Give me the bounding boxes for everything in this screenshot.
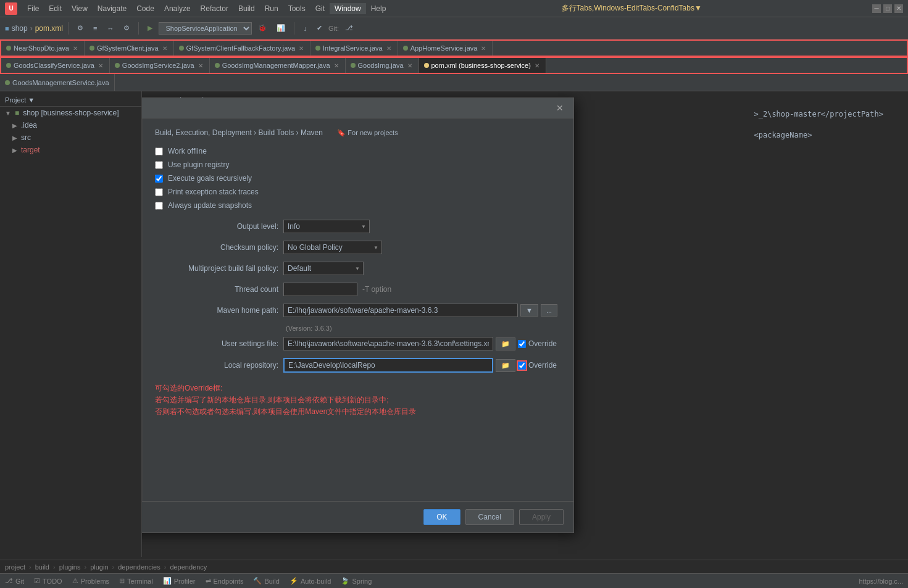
tab-close-goodsimg[interactable]: ✕	[406, 62, 414, 69]
menu-navigate[interactable]: Navigate	[93, 3, 131, 14]
local-repo-browse-btn[interactable]: 📁	[496, 359, 515, 372]
auto-build-status[interactable]: ⚡ Auto-build	[289, 577, 331, 585]
profiler-status[interactable]: 📊 Profiler	[163, 577, 196, 585]
tab-close-goodsclassify[interactable]: ✕	[97, 62, 104, 69]
apply-button[interactable]: Apply	[519, 509, 564, 525]
execute-goals-checkbox[interactable]	[155, 175, 163, 183]
menu-edit[interactable]: Edit	[44, 3, 67, 14]
git-update-btn[interactable]: ↓	[299, 23, 310, 34]
tab-integral[interactable]: IntegralService.java ✕	[310, 39, 398, 57]
git-branch-btn[interactable]: ⎇	[341, 22, 357, 34]
execute-goals-label[interactable]: Execute goals recursively	[168, 174, 252, 183]
user-settings-browse-btn[interactable]: 📁	[496, 337, 515, 350]
tab-close-gfsystem[interactable]: ✕	[161, 45, 169, 52]
problems-status[interactable]: ⚠ Problems	[72, 577, 109, 585]
menu-file[interactable]: File	[22, 3, 44, 14]
menu-tools[interactable]: Tools	[283, 3, 310, 14]
cancel-button[interactable]: Cancel	[465, 509, 514, 525]
maven-home-input[interactable]	[283, 304, 518, 317]
multiproject-select[interactable]: Default Fast Fail At End	[283, 262, 364, 275]
local-repo-override-checkbox[interactable]	[518, 362, 526, 370]
menu-git[interactable]: Git	[310, 3, 330, 14]
tab-close-gfsystemfallback[interactable]: ✕	[298, 45, 305, 52]
maven-home-browse-btn[interactable]: ...	[541, 304, 557, 317]
user-settings-input[interactable]	[283, 337, 493, 350]
print-stack-label[interactable]: Print exception stack traces	[168, 188, 259, 196]
tab-goodsclassify[interactable]: GoodsClassifyService.java ✕	[1, 57, 110, 74]
tab-label-goodsimg: GoodsImg.java	[358, 62, 404, 69]
work-offline-checkbox[interactable]	[155, 147, 163, 155]
git-commit-btn[interactable]: ✔	[313, 22, 326, 34]
breadcrumb-plugin[interactable]: plugin	[90, 563, 108, 571]
terminal-status[interactable]: ⊞ Terminal	[119, 577, 153, 585]
settings-btn2[interactable]: ⚙	[120, 22, 133, 34]
local-repo-input[interactable]	[283, 358, 493, 373]
tab-close-apphome[interactable]: ✕	[480, 45, 487, 52]
restore-btn[interactable]: □	[883, 4, 892, 13]
always-update-label[interactable]: Always update snapshots	[168, 201, 252, 210]
checksum-policy-select[interactable]: No Global Policy Strict Lax	[283, 241, 382, 254]
thread-count-input[interactable]	[283, 283, 357, 296]
tab-goodsimg2[interactable]: GoodsImgService2.java ✕	[110, 57, 210, 74]
project-section: ■ shop › pom.xml	[5, 24, 63, 33]
tab-close-pom[interactable]: ✕	[533, 62, 541, 69]
profile-btn[interactable]: 📊	[273, 22, 289, 34]
minimize-btn[interactable]: ─	[872, 4, 881, 13]
plugin-registry-checkbox[interactable]	[155, 161, 163, 169]
nav-btn[interactable]: ↔	[103, 23, 117, 34]
sidebar-shop[interactable]: ▼ ■ shop [business-shop-service]	[0, 107, 141, 119]
tab-gfsystemfallback[interactable]: GfSystemClientFallbackFactory.java ✕	[174, 39, 310, 57]
breadcrumb-project[interactable]: project	[5, 563, 25, 571]
breadcrumb-dependencies[interactable]: dependencies	[118, 563, 160, 571]
output-level-select[interactable]: Info Debug Warn Error	[283, 220, 370, 233]
sidebar-target[interactable]: ▶ target	[0, 144, 141, 156]
tab-apphome[interactable]: AppHomeService.java ✕	[398, 39, 493, 57]
todo-status[interactable]: ☑ TODO	[34, 577, 62, 585]
tab-nearshop[interactable]: NearShopDto.java ✕	[1, 39, 85, 57]
breadcrumb-dependency[interactable]: dependency	[170, 563, 207, 571]
work-offline-label[interactable]: Work offline	[168, 147, 207, 155]
breadcrumb-build[interactable]: build	[35, 563, 49, 571]
breadcrumb-plugins[interactable]: plugins	[59, 563, 81, 571]
run-btn[interactable]: ▶	[144, 22, 156, 34]
tab-close-goodsimgmgmt[interactable]: ✕	[333, 62, 340, 69]
menu-refactor[interactable]: Refactor	[196, 3, 233, 14]
menu-view[interactable]: View	[67, 3, 93, 14]
annotation-line1: 可勾选的Override框:	[155, 383, 561, 394]
tab-goodsmgmt[interactable]: GoodsManagementService.java	[0, 74, 115, 91]
menu-help[interactable]: Help	[366, 3, 391, 14]
tab-dot-goodsmgmt	[5, 80, 10, 85]
sync-btn[interactable]: ⚙	[73, 22, 87, 34]
plugin-registry-label[interactable]: Use plugin registry	[168, 160, 229, 169]
dialog-close-btn[interactable]: ✕	[554, 103, 566, 113]
maven-home-dropdown-btn[interactable]: ▼	[520, 304, 538, 317]
user-settings-override-checkbox[interactable]	[518, 340, 526, 348]
menu-analyze[interactable]: Analyze	[159, 3, 196, 14]
always-update-checkbox[interactable]	[155, 202, 163, 210]
debug-btn[interactable]: 🐞	[254, 22, 270, 34]
close-btn[interactable]: ✕	[894, 4, 903, 13]
git-status[interactable]: ⎇ Git	[5, 577, 24, 585]
menu-build[interactable]: Build	[233, 3, 260, 14]
sidebar-src[interactable]: ▶ src	[0, 131, 141, 144]
print-stack-checkbox[interactable]	[155, 188, 163, 196]
menu-window[interactable]: Window	[330, 3, 366, 14]
tab-goodsimg[interactable]: GoodsImg.java ✕	[346, 57, 419, 74]
menu-run[interactable]: Run	[260, 3, 283, 14]
endpoints-status[interactable]: ⇌ Endpoints	[206, 577, 244, 585]
run-config-dropdown[interactable]: ShopServiceApplication	[159, 22, 252, 35]
tab-pom[interactable]: pom.xml (business-shop-service) ✕	[419, 57, 546, 74]
ok-button[interactable]: OK	[423, 509, 460, 525]
tab-goodsimgmgmt[interactable]: GoodsImgManagementMapper.java ✕	[210, 57, 346, 74]
tab-gfsystem[interactable]: GfSystemClient.java ✕	[85, 39, 174, 57]
list-btn[interactable]: ≡	[90, 23, 101, 34]
tab-close-goodsimg2[interactable]: ✕	[197, 62, 204, 69]
tab-close-integral[interactable]: ✕	[385, 45, 393, 52]
user-settings-row: User settings file: 📁 Override	[155, 337, 561, 350]
build-status[interactable]: 🔨 Build	[253, 577, 279, 585]
tab-close-nearshop[interactable]: ✕	[72, 45, 79, 52]
spring-status[interactable]: 🍃 Spring	[341, 577, 372, 585]
file-label: pom.xml	[35, 24, 63, 33]
sidebar-idea[interactable]: ▶ .idea	[0, 119, 141, 131]
menu-code[interactable]: Code	[131, 3, 159, 14]
